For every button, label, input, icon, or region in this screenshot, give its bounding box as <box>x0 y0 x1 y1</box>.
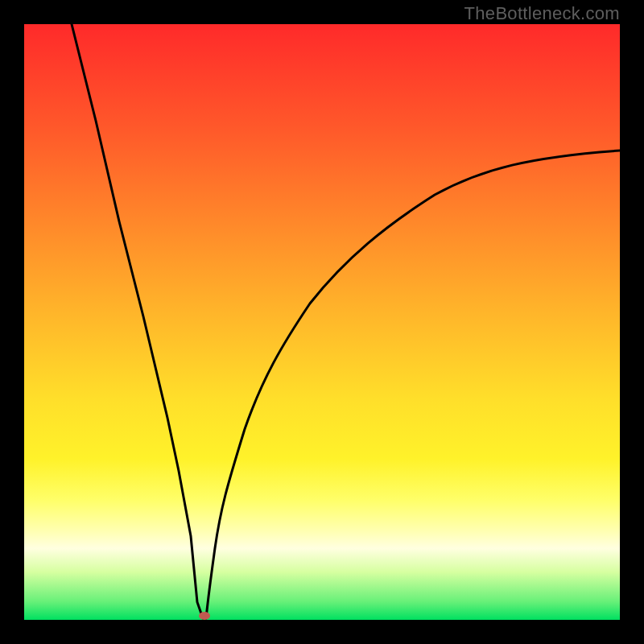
plot-area <box>24 24 620 620</box>
chart-frame: TheBottleneck.com <box>0 0 644 644</box>
curve-left-branch <box>72 24 203 618</box>
watermark-label: TheBottleneck.com <box>464 3 620 24</box>
bottleneck-curve <box>24 24 620 620</box>
minimum-marker <box>199 612 210 620</box>
curve-right-branch <box>206 151 620 618</box>
